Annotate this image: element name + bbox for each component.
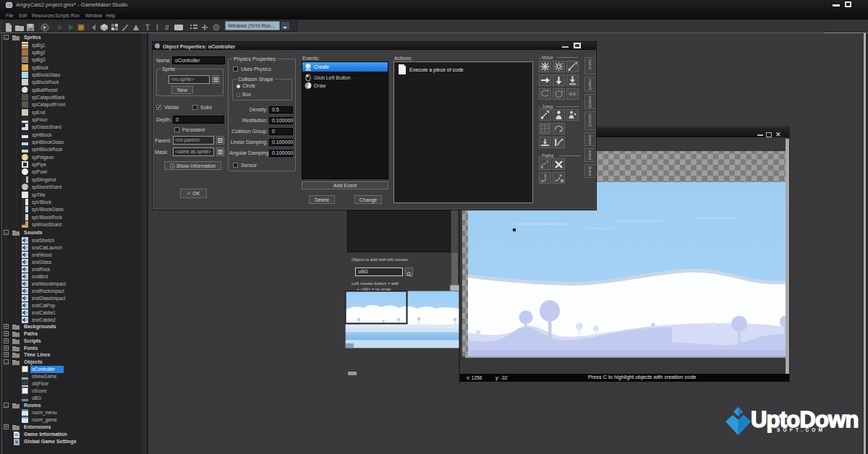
svg-text:#: # xyxy=(165,24,169,32)
svg-text:T: T xyxy=(145,24,150,32)
svg-text:SOFT.COM: SOFT.COM xyxy=(777,427,825,432)
svg-text:I: I xyxy=(156,24,158,32)
